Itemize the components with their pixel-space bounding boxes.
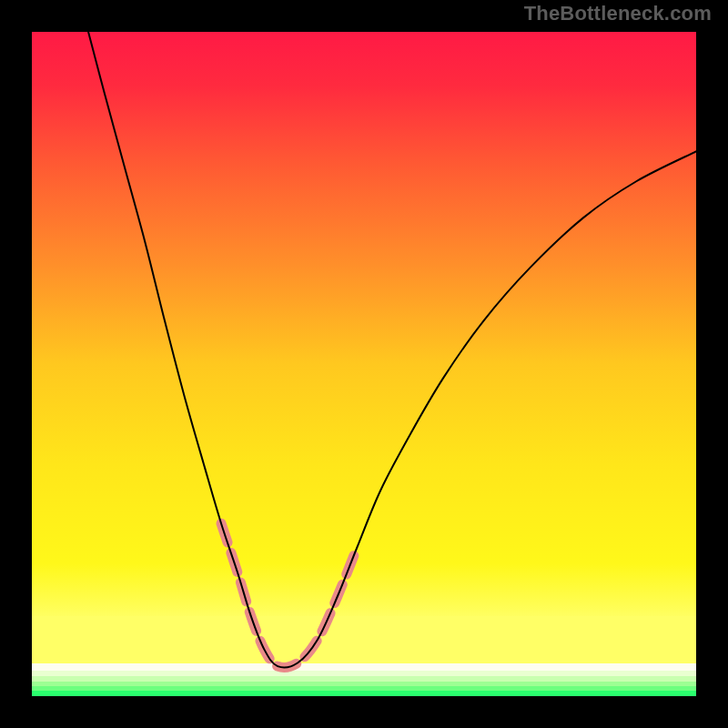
chart-curve — [32, 32, 696, 696]
chart-plot-area — [32, 32, 696, 696]
bottleneck-curve-path — [88, 32, 696, 667]
watermark-text: TheBottleneck.com — [524, 2, 712, 25]
